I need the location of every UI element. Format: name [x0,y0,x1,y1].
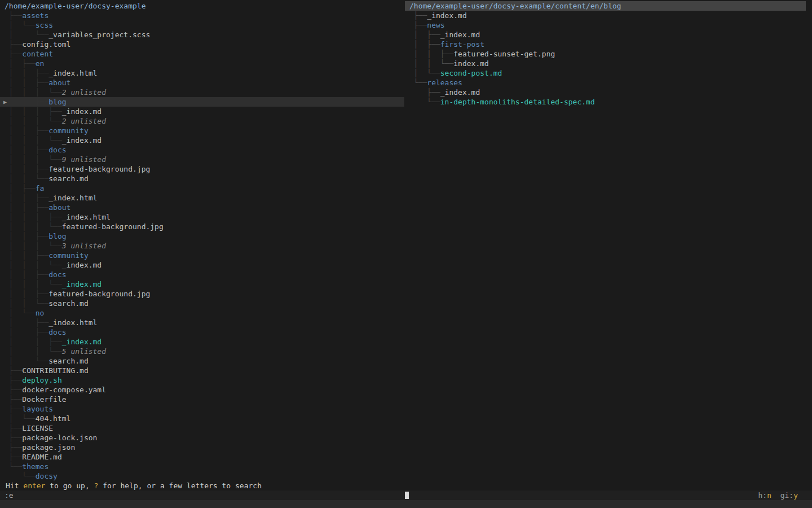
tree-row[interactable]: │ │ ├──_index.html [0,68,404,78]
file-name: docker-compose.yaml [22,386,106,394]
tree-row[interactable]: │ ├──en [0,59,404,68]
tree-branch-lines: │ └── [5,30,48,39]
tree-row[interactable]: ├──CONTRIBUTING.md [0,366,404,375]
tree-row[interactable]: │ ├──_index.html [0,318,404,327]
tree-row[interactable]: │ │ │ └──_index.md [0,135,404,145]
tree-row[interactable]: ├──assets [0,11,404,20]
tree-row[interactable]: ├──Dockerfile [0,395,404,404]
tree-row[interactable]: │ └──search.md [0,356,404,366]
tree-row[interactable]: └──in-depth-monoliths-detailed-spec.md [405,97,812,107]
tree-row[interactable]: │ ├──first-post [405,40,812,49]
tree-branch-lines: ├── [409,21,427,29]
directory-name: fa [36,184,45,192]
tree-row[interactable]: │ │ ├──about [0,203,404,212]
right-panel: /home/example-user/docsy-example/content… [405,0,812,107]
tree-row[interactable]: │ │ └──index.md [405,59,812,68]
tree-row[interactable]: └──docsy [0,471,404,481]
unlisted-count: 3 unlisted [62,242,106,250]
tree-row[interactable]: ├──content [0,49,404,59]
tree-branch-lines: │ ├── [409,30,440,39]
tree-branch-lines: │ │ └── [5,347,62,356]
tree-row[interactable]: ├──docker-compose.yaml [0,385,404,395]
tree-row[interactable]: │ │ ├──featured-sunset-get.png [405,49,812,59]
tree-row[interactable]: │ │ │ ├──_index.html [0,212,404,222]
file-name: in-depth-monoliths-detailed-spec.md [440,98,595,106]
tree-row[interactable]: │ └──_variables_project.scss [0,30,404,40]
tree-branch-lines: │ │ ├── [5,203,48,212]
tree-row[interactable]: │ │ ├──community [0,251,404,260]
file-name: _index.md [62,338,102,346]
tree-branch-lines: ├── [409,11,427,20]
status-text: for help, or a few letters to search [98,481,262,490]
tree-row[interactable]: │ │ ├──docs [0,270,404,279]
tree-row[interactable]: │ └──scss [0,20,404,30]
directory-name: community [48,126,88,135]
tree-row[interactable]: │ │ ├──docs [0,145,404,155]
tree-row[interactable]: │ │ │ └──3 unlisted [0,241,404,251]
tree-row[interactable]: ├──deploy.sh [0,375,404,385]
file-name: LICENSE [22,424,53,432]
file-name: featured-background.jpg [48,290,150,298]
tree-row[interactable]: │ │ ├──_index.md [0,337,404,347]
tree-row[interactable]: ├──package.json [0,443,404,452]
tree-row[interactable]: ├──news [405,20,812,30]
tree-branch-lines: │ │ │ └── [5,242,62,250]
file-name: _index.md [427,11,466,20]
tree-branch-lines: │ │ │ └── [5,155,62,164]
tree-row[interactable]: │ │ │ └──2 unlisted [0,87,404,97]
tree-row[interactable]: │ │ ├──about [0,78,404,87]
tree-row[interactable]: │ │ │ └──_index.md [0,260,404,270]
tree-row[interactable]: │ │ │ ├──_index.md [0,107,404,116]
tree-row[interactable]: │ │ └──search.md [0,174,404,183]
tree-branch-lines: │ └── [5,309,36,317]
tree-row[interactable]: ├──README.md [0,452,404,462]
file-name: 404.html [36,414,71,423]
tree-row[interactable]: │ ├──docs [0,327,404,337]
tree-branch-lines: │ └── [5,414,36,423]
tree-row[interactable]: │ │ ├──featured-background.jpg [0,164,404,174]
left-panel-path[interactable]: /home/example-user/docsy-example [0,1,404,11]
tree-row[interactable]: │ └──no [0,308,404,318]
tree-row[interactable]: │ ├──fa [0,183,404,193]
tree-row[interactable]: │ │ │ └──featured-background.jpg [0,222,404,231]
tree-branch-lines: │ │ │ └── [5,261,62,269]
tree-row[interactable]: │ │ ├──blog [0,231,404,241]
tree-row[interactable]: │ │ ├──featured-background.jpg [0,289,404,299]
window-bottom-padding [0,500,812,508]
tree-row[interactable]: ├──config.toml [0,40,404,49]
tree-branch-lines: │ │ ├── [5,194,48,202]
flag-label: gi: [771,491,793,500]
tree-row[interactable]: │ │ ├──community [0,126,404,135]
unlisted-count: 9 unlisted [62,155,106,164]
directory-name: blog [48,98,66,106]
file-name: _index.html [62,213,111,221]
tree-row[interactable]: │ │ │ └──9 unlisted [0,155,404,164]
tree-row[interactable]: │ │ └──5 unlisted [0,347,404,356]
tree-row[interactable]: │ └──404.html [0,414,404,423]
status-bar: Hit enter to go up, ? for help, or a few… [0,481,812,491]
tree-row[interactable]: └──themes [0,462,404,471]
tree-row[interactable]: │ │ ├──_index.html [0,193,404,203]
tree-row[interactable]: ├──layouts [0,404,404,414]
tree-row[interactable]: │ │ └──search.md [0,299,404,308]
right-panel-path[interactable]: /home/example-user/docsy-example/content… [405,1,806,11]
tree-row[interactable]: │ │ │ └──2 unlisted [0,116,404,126]
flag-value[interactable]: y [793,491,798,500]
file-name: package.json [22,443,75,452]
tree-row[interactable]: ├──LICENSE [0,423,404,433]
tree-row[interactable]: │ ├──_index.md [405,30,812,40]
tree-row[interactable]: └──releases [405,78,812,87]
tree-branch-lines: │ └── [5,21,36,29]
tree-row[interactable]: ├──_index.md [405,87,812,97]
tree-row[interactable]: ▶ │ │ ├──blog [0,97,404,107]
file-name: _index.md [62,280,102,288]
tree-row[interactable]: │ │ │ └──_index.md [0,279,404,289]
flag-value[interactable]: n [767,491,771,500]
input-bar[interactable]: :e h:n gi:y [0,491,812,500]
tree-row[interactable]: ├──package-lock.json [0,433,404,443]
command-input[interactable]: :e [5,491,14,500]
status-key-hint: enter [23,481,45,490]
directory-name: layouts [22,405,53,413]
tree-row[interactable]: │ └──second-post.md [405,68,812,78]
tree-row[interactable]: ├──_index.md [405,11,812,20]
